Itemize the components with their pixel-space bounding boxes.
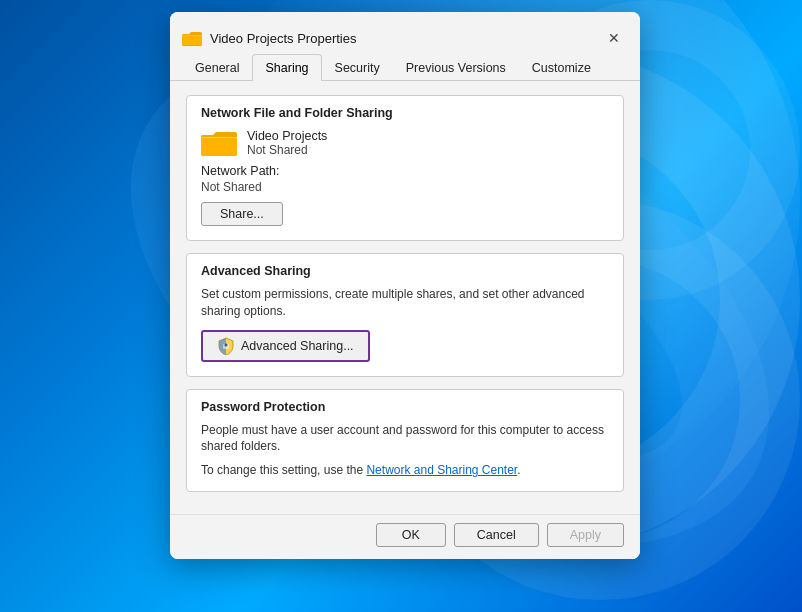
svg-rect-5 bbox=[201, 138, 237, 155]
tab-previous-versions[interactable]: Previous Versions bbox=[393, 54, 519, 81]
network-sharing-label: Network File and Folder Sharing bbox=[201, 106, 609, 120]
advanced-sharing-button[interactable]: Advanced Sharing... bbox=[201, 330, 370, 362]
network-sharing-center-link[interactable]: Network and Sharing Center bbox=[366, 463, 517, 477]
cancel-button[interactable]: Cancel bbox=[454, 523, 539, 547]
folder-large-icon bbox=[201, 128, 237, 158]
password-link-prefix: To change this setting, use the bbox=[201, 463, 366, 477]
folder-name: Video Projects bbox=[247, 129, 327, 143]
svg-point-7 bbox=[225, 343, 228, 346]
shield-icon bbox=[217, 337, 235, 355]
tab-sharing[interactable]: Sharing bbox=[252, 54, 321, 81]
svg-rect-2 bbox=[182, 36, 202, 45]
advanced-sharing-button-label: Advanced Sharing... bbox=[241, 339, 354, 353]
dialog-footer: OK Cancel Apply bbox=[170, 514, 640, 559]
tab-content: Network File and Folder Sharing Video Pr… bbox=[170, 81, 640, 514]
apply-button[interactable]: Apply bbox=[547, 523, 624, 547]
password-protection-section: Password Protection People must have a u… bbox=[186, 389, 624, 493]
tab-general[interactable]: General bbox=[182, 54, 252, 81]
properties-dialog: Video Projects Properties ✕ General Shar… bbox=[170, 12, 640, 559]
password-protection-label: Password Protection bbox=[201, 400, 609, 414]
advanced-sharing-section: Advanced Sharing Set custom permissions,… bbox=[186, 253, 624, 377]
close-button[interactable]: ✕ bbox=[600, 24, 628, 52]
share-button[interactable]: Share... bbox=[201, 202, 283, 226]
dialog-title: Video Projects Properties bbox=[210, 31, 600, 46]
tab-customize[interactable]: Customize bbox=[519, 54, 604, 81]
tab-bar: General Sharing Security Previous Versio… bbox=[170, 54, 640, 81]
password-description: People must have a user account and pass… bbox=[201, 422, 609, 456]
folder-title-icon bbox=[182, 28, 202, 48]
title-bar: Video Projects Properties ✕ bbox=[170, 12, 640, 54]
network-sharing-section: Network File and Folder Sharing Video Pr… bbox=[186, 95, 624, 241]
tab-security[interactable]: Security bbox=[322, 54, 393, 81]
ok-button[interactable]: OK bbox=[376, 523, 446, 547]
advanced-sharing-label: Advanced Sharing bbox=[201, 264, 609, 278]
advanced-sharing-description: Set custom permissions, create multiple … bbox=[201, 286, 609, 320]
folder-sharing-status: Not Shared bbox=[247, 143, 327, 157]
password-link-suffix: . bbox=[517, 463, 520, 477]
network-path-label: Network Path: bbox=[201, 164, 609, 178]
folder-row: Video Projects Not Shared bbox=[201, 128, 609, 158]
network-path-value: Not Shared bbox=[201, 180, 609, 194]
password-link-row: To change this setting, use the Network … bbox=[201, 463, 609, 477]
folder-info: Video Projects Not Shared bbox=[247, 129, 327, 157]
